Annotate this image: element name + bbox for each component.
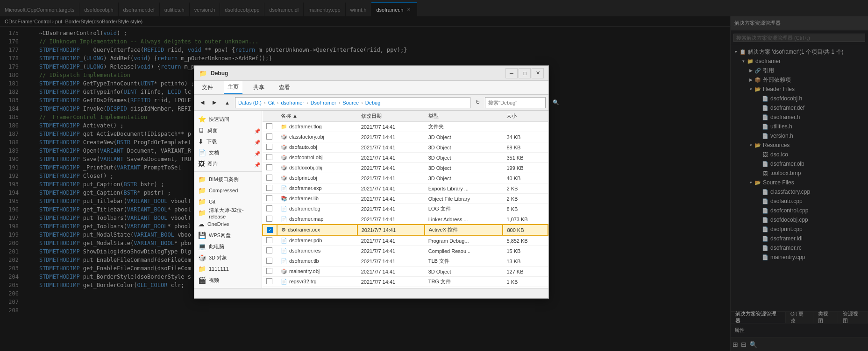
- checkbox-12[interactable]: [266, 247, 272, 253]
- nav-item-快速访问[interactable]: ⭐快速访问: [194, 113, 262, 125]
- dialog-minimize-btn[interactable]: ─: [505, 68, 518, 78]
- table-row[interactable]: 🎲dsofcontrol.obj 2021/7/7 14:41 3D Objec…: [263, 153, 548, 163]
- row-date-7: 2021/7/7 14:41: [357, 194, 425, 204]
- table-row[interactable]: 📄dsoframer.res 2021/7/7 14:41 Compiled R…: [263, 246, 548, 256]
- nav-item-WPS网盘[interactable]: 💾WPS网盘: [194, 230, 262, 241]
- row-checkbox-11[interactable]: [263, 235, 277, 246]
- file-search-input[interactable]: [488, 100, 553, 105]
- nav-divider: [194, 171, 262, 172]
- address-part-2[interactable]: dsoframer: [281, 100, 304, 105]
- row-checkbox-4[interactable]: [263, 163, 277, 173]
- row-checkbox-1[interactable]: [263, 132, 277, 142]
- nav-item-1111111[interactable]: 📁1111111: [194, 263, 262, 274]
- row-name-5: 🎲dsofprint.obj: [277, 173, 357, 183]
- table-row[interactable]: 📄dsoframer.map 2021/7/7 14:41 Linker Add…: [263, 214, 548, 225]
- col-type[interactable]: 类型: [425, 111, 503, 122]
- row-checkbox-10[interactable]: ✓: [263, 225, 277, 235]
- nav-item-Compressed[interactable]: 📁Compressed: [194, 185, 262, 196]
- row-checkbox-0[interactable]: [263, 122, 277, 132]
- table-row[interactable]: 📄dsoframer.exp 2021/7/7 14:41 Exports Li…: [263, 183, 548, 194]
- ribbon-tab-文件[interactable]: 文件: [198, 81, 217, 94]
- row-date-6: 2021/7/7 14:41: [357, 183, 425, 194]
- row-checkbox-14[interactable]: [263, 267, 277, 277]
- row-checkbox-7[interactable]: [263, 194, 277, 204]
- row-checkbox-5[interactable]: [263, 173, 277, 183]
- checkbox-15[interactable]: [266, 278, 272, 284]
- dialog-close-btn[interactable]: ✕: [532, 68, 544, 78]
- row-checkbox-8[interactable]: [263, 204, 277, 214]
- refresh-button[interactable]: ↻: [472, 97, 483, 109]
- address-bar[interactable]: Datas (D:)›Git›dsoframer›DsoFramer›Sourc…: [235, 97, 470, 108]
- table-row[interactable]: 📁dsoframer.tlog 2021/7/7 14:41 文件夹: [263, 122, 548, 132]
- up-button[interactable]: ▲: [221, 97, 233, 109]
- row-date-15: 2021/7/7 14:41: [357, 277, 425, 287]
- checkbox-4[interactable]: [266, 164, 272, 170]
- nav-item-Git[interactable]: 📁Git: [194, 196, 262, 207]
- row-checkbox-3[interactable]: [263, 153, 277, 163]
- row-checkbox-15[interactable]: [263, 277, 277, 287]
- checkbox-7[interactable]: [266, 195, 272, 201]
- row-type-4: 3D Object: [425, 163, 503, 173]
- table-row[interactable]: 🎲dsofauto.obj 2021/7/7 14:41 3D Object 8…: [263, 142, 548, 153]
- checkbox-6[interactable]: [266, 185, 272, 191]
- checkbox-8[interactable]: [266, 205, 272, 211]
- row-name-15: 📄regsvr32.trg: [277, 277, 357, 287]
- table-row[interactable]: 📄dsoframer.log 2021/7/7 14:41 LOG 文件 8 K…: [263, 204, 548, 214]
- col-name[interactable]: 名称 ▲: [277, 111, 357, 122]
- table-row[interactable]: ✓ ⚙dsoframer.ocx 2021/7/7 14:41 ActiveX …: [263, 225, 548, 235]
- ribbon-tab-查看[interactable]: 查看: [275, 81, 294, 94]
- checkbox-13[interactable]: [266, 258, 272, 264]
- address-part-0[interactable]: Datas (D:): [238, 100, 262, 105]
- table-row[interactable]: 🎲classfactory.obj 2021/7/7 14:41 3D Obje…: [263, 132, 548, 142]
- checkbox-9[interactable]: [266, 216, 272, 222]
- checkbox-3[interactable]: [266, 154, 272, 160]
- table-row[interactable]: 📄regsvr32.trg 2021/7/7 14:41 TRG 文件 1 KB: [263, 277, 548, 287]
- row-checkbox-13[interactable]: [263, 256, 277, 267]
- dialog-maximize-btn[interactable]: □: [519, 68, 531, 78]
- checkbox-11[interactable]: [266, 237, 272, 243]
- back-button[interactable]: ◀: [197, 97, 207, 109]
- row-checkbox-6[interactable]: [263, 183, 277, 194]
- row-size-1: 34 KB: [503, 132, 548, 142]
- row-size-0: [503, 122, 548, 132]
- row-checkbox-2[interactable]: [263, 142, 277, 153]
- address-part-5[interactable]: Debug: [365, 100, 380, 105]
- address-part-3[interactable]: DsoFramer: [311, 100, 336, 105]
- forward-button[interactable]: ▶: [209, 97, 220, 109]
- row-checkbox-9[interactable]: [263, 214, 277, 225]
- nav-item-OneDrive[interactable]: ☁OneDrive: [194, 218, 262, 230]
- checkbox-5[interactable]: [266, 175, 272, 181]
- nav-item-桌面[interactable]: 🖥桌面📌: [194, 125, 262, 136]
- nav-item-下载[interactable]: ⬇下载📌: [194, 136, 262, 147]
- address-part-4[interactable]: Source: [342, 100, 359, 105]
- row-type-15: TRG 文件: [425, 277, 503, 287]
- nav-label: 3D 对象: [209, 254, 227, 261]
- nav-item-此电脑[interactable]: 💻此电脑: [194, 241, 262, 252]
- row-checkbox-12[interactable]: [263, 246, 277, 256]
- checkbox-0[interactable]: [266, 123, 272, 129]
- table-row[interactable]: 📚dsoframer.lib 2021/7/7 14:41 Object Fil…: [263, 194, 548, 204]
- table-row[interactable]: 🎲mainentry.obj 2021/7/7 14:41 3D Object …: [263, 267, 548, 277]
- checkbox-14[interactable]: [266, 268, 272, 274]
- nav-item-文档[interactable]: 📄文档📌: [194, 147, 262, 158]
- nav-item-3D-对象[interactable]: 🎲3D 对象: [194, 252, 262, 263]
- nav-item-BIM接口案例[interactable]: 📁BIM接口案例: [194, 174, 262, 185]
- checkbox-1[interactable]: [266, 133, 272, 140]
- table-row[interactable]: 📄dsoframer.tlb 2021/7/7 14:41 TLB 文件 13 …: [263, 256, 548, 267]
- checkbox-10[interactable]: ✓: [267, 227, 273, 233]
- col-date[interactable]: 修改日期: [357, 111, 425, 122]
- nav-icon: ⬇: [198, 138, 204, 145]
- address-part-1[interactable]: Git: [268, 100, 275, 105]
- table-row[interactable]: 🎲dsofprint.obj 2021/7/7 14:41 3D Object …: [263, 173, 548, 183]
- nav-icon: 🖼: [198, 160, 205, 168]
- table-row[interactable]: 🎲dsofdocobj.obj 2021/7/7 14:41 3D Object…: [263, 163, 548, 173]
- nav-item-视频[interactable]: 🎬视频: [194, 274, 262, 286]
- ribbon-tab-共享[interactable]: 共享: [249, 81, 268, 94]
- nav-item-图片[interactable]: 🖼图片📌: [194, 158, 262, 169]
- nav-item-清单大师-32位-release[interactable]: 📁清单大师-32位-release: [194, 207, 262, 218]
- ribbon-tab-主页[interactable]: 主页: [224, 81, 242, 94]
- checkbox-2[interactable]: [266, 144, 272, 150]
- file-icon-15: 📄: [281, 279, 287, 284]
- table-row[interactable]: 📄dsoframer.pdb 2021/7/7 14:41 Program De…: [263, 235, 548, 246]
- col-size[interactable]: 大小: [503, 111, 548, 122]
